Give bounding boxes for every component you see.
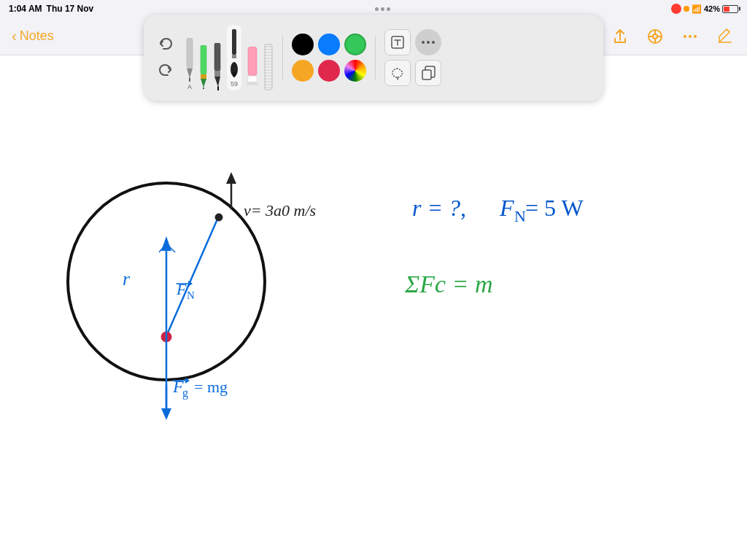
wifi-icon: 📶 — [692, 4, 702, 14]
atrule-button[interactable] — [645, 26, 665, 47]
redo-button[interactable] — [154, 59, 177, 82]
ruler-tool[interactable] — [263, 25, 274, 90]
svg-point-31 — [422, 41, 425, 44]
back-button[interactable]: ‹ Notes — [12, 28, 54, 44]
color-red[interactable] — [318, 60, 340, 82]
equation1-r: r = ?, — [412, 195, 466, 221]
svg-rect-12 — [201, 45, 206, 74]
status-left: 1:04 AM Thu 17 Nov — [9, 4, 93, 14]
undo-button[interactable] — [154, 33, 177, 56]
brush-label: 59 — [231, 80, 238, 88]
equation2-fn: F — [499, 195, 514, 221]
lasso-button[interactable] — [384, 60, 411, 86]
velocity-label: v= 3a0 m/s — [244, 201, 316, 219]
back-label: Notes — [20, 28, 54, 44]
extra-tools — [384, 29, 441, 86]
color-blue[interactable] — [318, 34, 340, 55]
svg-marker-48 — [226, 172, 236, 184]
dot-indicator — [684, 6, 689, 12]
svg-rect-9 — [187, 38, 193, 69]
fg-equals: = mg — [194, 378, 228, 396]
fg-subscript: g — [182, 386, 188, 400]
toolbar-separator-2 — [375, 36, 376, 79]
svg-line-37 — [166, 216, 219, 336]
fn-label: F — [176, 280, 187, 298]
svg-point-8 — [694, 35, 697, 38]
svg-point-38 — [215, 214, 222, 221]
color-yellow[interactable] — [292, 60, 314, 82]
back-chevron-icon: ‹ — [12, 28, 17, 44]
radius-label: r — [123, 268, 131, 289]
drawing-toolbar: A 59 — [144, 15, 603, 101]
color-black[interactable] — [292, 34, 314, 55]
brush-tool[interactable]: 59 — [227, 25, 241, 90]
status-right: 📶 42% — [671, 4, 738, 14]
compose-button[interactable] — [715, 26, 735, 47]
green-pen-tool[interactable] — [199, 25, 208, 90]
equation2-fn-sub: N — [514, 207, 526, 225]
time-display: 1:04 AM — [9, 4, 42, 14]
color-swatches — [292, 34, 366, 82]
svg-rect-24 — [248, 47, 257, 76]
toolbar-dots — [375, 7, 390, 11]
ellipsis-button[interactable] — [680, 26, 700, 47]
svg-marker-18 — [214, 77, 220, 87]
svg-rect-35 — [422, 70, 431, 79]
svg-rect-27 — [265, 44, 272, 90]
canvas-area[interactable]: r F N F g = mg v= 3a0 m/s r = ?, F N = 5… — [0, 55, 747, 560]
svg-point-7 — [689, 35, 692, 38]
copy-button[interactable] — [415, 60, 441, 86]
nav-left: ‹ Notes — [12, 28, 54, 44]
svg-rect-17 — [214, 71, 220, 77]
pencil-label: A — [187, 83, 192, 90]
battery-icon — [722, 5, 738, 13]
color-multicolor[interactable] — [344, 60, 366, 82]
undo-redo-group — [154, 33, 177, 82]
equation3: ΣFc = m — [404, 271, 493, 298]
svg-marker-10 — [187, 69, 193, 78]
drawing-canvas[interactable]: r F N F g = mg v= 3a0 m/s r = ?, F N = 5… — [0, 55, 747, 560]
record-indicator — [671, 4, 681, 14]
svg-rect-13 — [201, 74, 206, 79]
color-green[interactable] — [344, 34, 366, 55]
svg-marker-14 — [201, 79, 206, 88]
nav-right — [610, 26, 735, 47]
svg-point-33 — [432, 41, 435, 44]
svg-point-1 — [653, 34, 657, 39]
date-display: Thu 17 Nov — [47, 4, 94, 14]
svg-rect-16 — [214, 43, 220, 71]
svg-point-32 — [427, 41, 430, 44]
svg-rect-26 — [247, 82, 258, 85]
svg-marker-46 — [161, 408, 171, 420]
equation2-rest: = 5 W — [525, 195, 584, 221]
svg-rect-21 — [232, 55, 236, 58]
battery-percent: 42% — [704, 4, 720, 13]
svg-point-23 — [233, 71, 236, 77]
pencil-tool[interactable]: A — [185, 25, 195, 90]
toolbar-separator-1 — [282, 36, 283, 79]
export-button[interactable] — [610, 26, 630, 47]
fn-subscript: N — [187, 289, 195, 301]
text-box-button[interactable] — [384, 29, 411, 55]
more-options-button[interactable] — [415, 29, 441, 55]
marker-tool[interactable] — [212, 25, 222, 90]
svg-rect-20 — [232, 29, 236, 55]
eraser-tool[interactable] — [246, 25, 259, 90]
battery-indicator: 📶 42% — [671, 4, 738, 14]
svg-point-6 — [684, 35, 686, 38]
